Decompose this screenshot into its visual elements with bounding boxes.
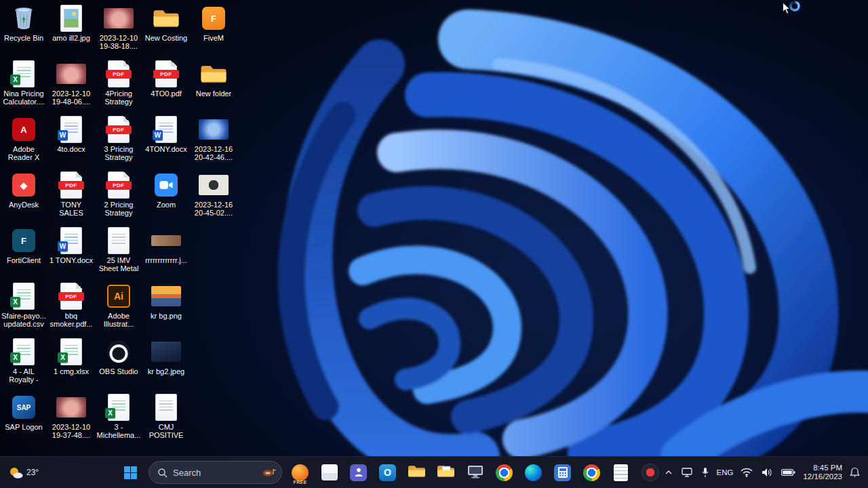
desktop-icon[interactable]: W4to.docx: [48, 115, 94, 168]
desktop-icon[interactable]: OBS Studio: [96, 338, 142, 390]
search-highlights-football-icon[interactable]: [262, 468, 277, 478]
desktop-icon[interactable]: XSfaire-payo... updated.csv: [1, 282, 47, 335]
desktop-icon[interactable]: W4TONY.docx: [143, 115, 189, 168]
desktop-icon[interactable]: PDF2 Pricing Strategy Ne...: [96, 171, 142, 224]
desktop-icon[interactable]: W1 TONY.docx: [48, 226, 94, 279]
desktop-icon[interactable]: kr bg2.jpeg: [143, 338, 189, 390]
desktop[interactable]: Recycle Binamo ill2.jpg2023-12-10 19-38-…: [0, 0, 868, 488]
thumb-dark-icon: [151, 338, 181, 366]
sap-icon: SAP: [12, 393, 35, 422]
desktop-icon[interactable]: Recycle Bin: [1, 4, 47, 57]
desktop-icon-label: 2023-12-10 19-38-18....: [96, 34, 141, 50]
desktop-icon[interactable]: amo ill2.jpg: [48, 4, 94, 57]
battery-icon[interactable]: [780, 467, 797, 478]
pdf-icon: PDF: [108, 60, 130, 88]
desktop-icon[interactable]: 2023-12-10 19-37-48....: [48, 393, 94, 446]
monitor-taskbar-button[interactable]: [462, 459, 488, 486]
desktop-icon[interactable]: 2023-12-10 19-38-18....: [96, 4, 142, 57]
desktop-icon[interactable]: kr bg.png: [143, 282, 189, 335]
desktop-icon[interactable]: AAdobe Reader X: [1, 115, 47, 168]
desktop-icon[interactable]: Zoom: [143, 171, 189, 224]
monitor-icon: [467, 464, 484, 481]
excel-icon: X: [60, 338, 82, 366]
desktop-icon[interactable]: 2023-12-16 20-42-46....: [191, 115, 237, 168]
desktop-icon[interactable]: 2023-12-10 19-48-06....: [48, 60, 94, 113]
desktop-icon-label: TONY SALES RECIEPT.pd...: [49, 201, 94, 217]
desktop-icon-label: Adobe Reader X: [1, 145, 46, 161]
desktop-icon-label: 1 TONY.docx: [49, 256, 94, 264]
desktop-icon[interactable]: 2023-12-16 20-45-02....: [191, 171, 237, 224]
outlook-taskbar-button[interactable]: O: [375, 459, 401, 486]
volume-icon[interactable]: [760, 466, 774, 479]
window-app-taskbar-button[interactable]: [317, 459, 342, 486]
desktop-icon[interactable]: FFortiClient: [1, 226, 47, 279]
desktop-icon-label: 2023-12-16 20-45-02....: [191, 201, 236, 217]
desktop-icon-label: New folder: [191, 89, 236, 98]
anydesk-icon: ◆: [12, 171, 35, 199]
desktop-icon[interactable]: PDFTONY SALES RECIEPT.pd...: [48, 171, 94, 224]
language-indicator[interactable]: ENG: [717, 468, 734, 476]
desktop-icon[interactable]: rrrrrrrrrrrrr.j...: [143, 226, 189, 279]
free-badge: FREE: [294, 480, 307, 485]
desktop-icon[interactable]: New folder: [191, 60, 237, 113]
desktop-icon[interactable]: PDF4Pricing Strategy Ne...: [96, 60, 142, 113]
folder-files-taskbar-button[interactable]: [433, 459, 459, 486]
desktop-icon[interactable]: 25 IMV Sheet Metal Parts: [96, 226, 142, 279]
desktop-icon[interactable]: AiAdobe Illustrat...: [96, 282, 142, 335]
desktop-icon-label: Recycle Bin: [1, 34, 46, 42]
start-button[interactable]: [119, 459, 142, 486]
desktop-icon-label: amo ill2.jpg: [49, 34, 94, 42]
media-blue-icon: [199, 115, 229, 144]
desktop-icon[interactable]: ◆AnyDesk: [1, 171, 47, 224]
desktop-icon-label: 25 IMV Sheet Metal Parts: [96, 256, 141, 272]
folder-taskbar-button[interactable]: [404, 459, 430, 486]
record-taskbar-button[interactable]: [637, 459, 663, 486]
pdf-icon: PDF: [108, 171, 130, 199]
desktop-icon[interactable]: X1 cmg.xlsx: [48, 338, 94, 390]
desktop-icon-label: 1 cmg.xlsx: [49, 367, 94, 375]
forti-icon: F: [12, 226, 35, 255]
desktop-icon-label: 3 Pricing Strategy Ne...: [96, 145, 141, 161]
weather-widget[interactable]: 23°: [3, 464, 44, 482]
tray-monitor-icon[interactable]: [680, 466, 694, 479]
wifi-icon[interactable]: [739, 466, 754, 479]
desktop-icon[interactable]: CMJ POSITIVE C...: [143, 393, 189, 446]
desktop-icon[interactable]: PDFbbq smoker.pdf...: [48, 282, 94, 335]
reader-icon: A: [12, 115, 35, 144]
excel-icon: X: [13, 60, 35, 88]
desktop-icon-label: AnyDesk: [1, 201, 46, 209]
calculator-taskbar-button[interactable]: [550, 459, 576, 486]
desktop-icon[interactable]: New Costing: [143, 4, 189, 57]
chrome-2-taskbar-button[interactable]: [579, 459, 605, 486]
document-icon: [155, 393, 177, 422]
desktop-icon-label: kr bg.png: [144, 312, 189, 320]
desktop-icon[interactable]: PDF3 Pricing Strategy Ne...: [96, 115, 142, 168]
edge-taskbar-button[interactable]: [521, 459, 547, 486]
thumb-sunset-icon: [151, 282, 181, 310]
orange-game-taskbar-button[interactable]: FREE: [288, 459, 313, 486]
windows-logo-icon: [123, 466, 138, 480]
tray-chevron-up-button[interactable]: [663, 468, 674, 476]
search-box[interactable]: Search: [149, 461, 281, 484]
desktop-icon[interactable]: X4 - AIL Royalty - Ja...: [1, 338, 47, 390]
notification-bell-icon[interactable]: [848, 466, 861, 479]
desktop-icon[interactable]: SAPSAP Logon: [1, 393, 47, 446]
clock-time: 8:45 PM: [813, 464, 842, 472]
desktop-icon[interactable]: FFiveM: [191, 4, 237, 57]
system-tray: ENG: [663, 464, 868, 481]
desktop-icon[interactable]: XNina Pricing Calculator....: [1, 60, 47, 113]
pdf-icon: PDF: [60, 282, 82, 310]
clock[interactable]: 8:45 PM 12/16/2023: [803, 464, 842, 481]
desktop-icon-label: 3 - Michellema...: [96, 423, 141, 439]
chrome-taskbar-button[interactable]: [492, 459, 517, 486]
excel-icon: X: [108, 393, 130, 422]
notes-taskbar-button[interactable]: [608, 459, 634, 486]
microphone-icon[interactable]: [700, 466, 711, 479]
desktop-icon-label: 2 Pricing Strategy Ne...: [96, 201, 141, 217]
desktop-icon-label: 4TONY.docx: [144, 145, 189, 153]
desktop-icon[interactable]: X3 - Michellema...: [96, 393, 142, 446]
teams-taskbar-button[interactable]: [346, 459, 372, 486]
desktop-icon[interactable]: PDF4TO0.pdf: [143, 60, 189, 113]
edge-icon: [525, 464, 542, 481]
desktop-icon-label: 4Pricing Strategy Ne...: [96, 89, 141, 106]
